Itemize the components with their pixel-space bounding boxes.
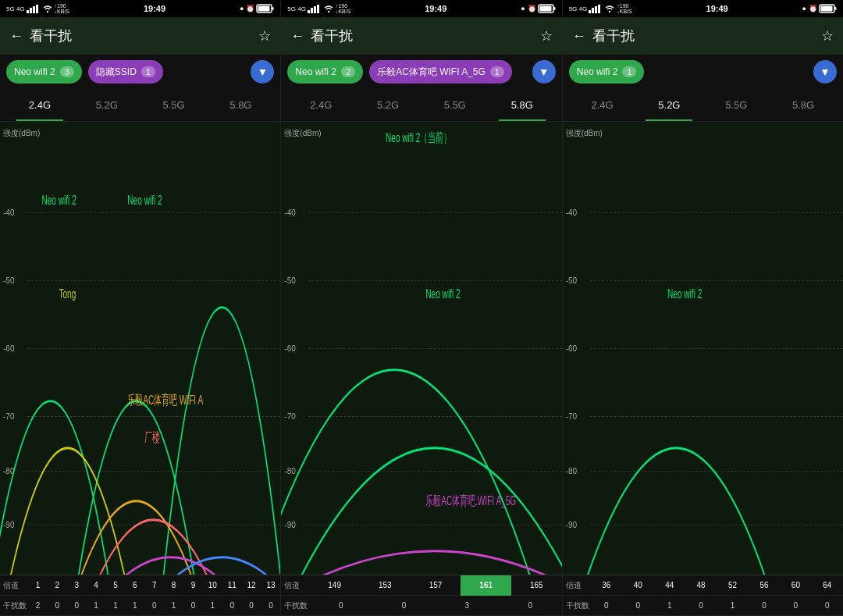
chip-count: 1: [141, 66, 155, 77]
chip-count: 1: [622, 66, 636, 77]
app-header: ← 看干扰 ☆: [563, 17, 843, 55]
channel-row: 信道3640444852566064: [563, 575, 843, 596]
filter-bar: Neo wifi 2 3 隐藏SSID 1 ▼: [0, 55, 280, 89]
curve-label: Tong: [59, 286, 76, 301]
dropdown-button[interactable]: ▼: [251, 60, 274, 84]
tab-2.4G[interactable]: 2.4G: [287, 88, 354, 121]
chip-count: 2: [341, 66, 355, 77]
signal-curve: [76, 401, 197, 575]
channel-number-cell: 3: [67, 575, 87, 596]
chip-label: Neo wifi 2: [577, 66, 618, 77]
channel-number-cell: 64: [812, 575, 843, 596]
svg-rect-6: [258, 6, 270, 12]
bluetooth-icon: ●: [521, 5, 525, 12]
app-header: ← 看干扰 ☆: [281, 17, 561, 55]
chip-label: Neo wifi 2: [295, 66, 336, 77]
frequency-tabs: 2.4G5.2G5.5G5.8G: [281, 89, 561, 122]
channel-number-cell: 161: [461, 575, 511, 596]
chevron-down-icon: ▼: [539, 66, 550, 78]
filter-chip-0[interactable]: Neo wifi 2 2: [287, 60, 363, 84]
channel-number-cell: 60: [780, 575, 811, 596]
interference-cell: 0: [780, 596, 811, 616]
panel-3: 5G 4G ↑190↓KB/S 19:49 ● ⏰ ← 看干扰 ☆ Neo wi…: [563, 0, 843, 616]
status-bar: 5G 4G ↑190↓KB/S 19:49 ● ⏰: [0, 0, 280, 17]
channel-table: 信道12345678910111213干扰数2001110101000: [0, 575, 280, 616]
channel-number-cell: 44: [654, 575, 685, 596]
favorite-button[interactable]: ☆: [540, 27, 553, 45]
signal-curves-svg: Neo wifi 2（当前）Neo wifi 2乐毅AC体育吧.WIFI A_5…: [281, 122, 561, 575]
channel-number-cell: 4: [87, 575, 106, 596]
svg-rect-1: [30, 8, 32, 13]
alarm-icon: ⏰: [809, 5, 817, 12]
chip-count: 1: [490, 66, 504, 77]
interference-row: 干扰数2001110101000: [0, 596, 280, 616]
favorite-button[interactable]: ☆: [821, 27, 834, 45]
svg-rect-5: [272, 7, 274, 10]
favorite-button[interactable]: ☆: [258, 27, 271, 45]
interference-cells: 2001110101000: [28, 596, 280, 616]
back-button[interactable]: ←: [290, 28, 304, 45]
interference-cell: 1: [203, 596, 222, 616]
chip-label: Neo wifi 2: [14, 66, 55, 77]
interference-cell: 1: [164, 596, 183, 616]
dropdown-button[interactable]: ▼: [532, 60, 556, 84]
interference-cells: 0030: [309, 596, 561, 616]
tab-5.8G[interactable]: 5.8G: [207, 88, 274, 121]
header-left: ← 看干扰: [9, 27, 72, 45]
interference-row: 干扰数0030: [281, 596, 561, 616]
tab-5.5G[interactable]: 5.5G: [140, 88, 208, 121]
interference-label: 干扰数: [563, 600, 591, 611]
chip-count: 3: [60, 66, 74, 77]
status-right: ● ⏰: [802, 4, 837, 13]
curve-label: Neo wifi 2: [127, 192, 162, 208]
svg-rect-0: [27, 10, 29, 13]
interference-cell: 0: [67, 596, 87, 616]
filter-chip-0[interactable]: Neo wifi 2 3: [6, 60, 82, 84]
tab-2.4G[interactable]: 2.4G: [6, 88, 73, 121]
tab-5.2G[interactable]: 5.2G: [635, 88, 702, 121]
dropdown-button[interactable]: ▼: [813, 60, 837, 84]
signal-curve: [162, 557, 280, 575]
channel-number-cells: 3640444852566064: [591, 575, 843, 596]
tab-5.2G[interactable]: 5.2G: [354, 88, 422, 121]
channel-table: 信道3640444852566064干扰数00101000: [563, 575, 843, 616]
channel-number-cell: 7: [144, 575, 164, 596]
filter-chip-0[interactable]: Neo wifi 2 1: [569, 60, 645, 84]
interference-cells: 00101000: [591, 596, 843, 616]
interference-cell: 0: [749, 596, 780, 616]
tab-5.8G[interactable]: 5.8G: [489, 88, 556, 121]
interference-cell: 0: [242, 596, 261, 616]
channel-label: 信道: [0, 580, 28, 591]
status-bar: 5G 4G ↑190↓KB/S 19:49 ● ⏰: [281, 0, 561, 17]
interference-cell: 1: [717, 596, 748, 616]
tab-5.5G[interactable]: 5.5G: [422, 88, 489, 121]
status-right: ● ⏰: [240, 4, 274, 13]
svg-rect-12: [553, 7, 555, 10]
page-title: 看干扰: [311, 27, 353, 45]
tab-5.2G[interactable]: 5.2G: [73, 88, 140, 121]
curve-label: Neo wifi 2: [667, 286, 702, 301]
svg-rect-8: [311, 8, 313, 13]
svg-rect-16: [595, 6, 597, 13]
tab-2.4G[interactable]: 2.4G: [569, 88, 636, 121]
tab-5.5G[interactable]: 5.5G: [702, 88, 770, 121]
svg-rect-13: [539, 6, 551, 12]
channel-label: 信道: [281, 580, 309, 591]
svg-rect-3: [36, 5, 38, 13]
filter-chip-1[interactable]: 隐藏SSID 1: [88, 60, 163, 84]
signal-chart: 强度(dBm)-40-50-60-70-80-90Neo wifi 2（当前）N…: [281, 122, 561, 575]
curve-label: 乐毅AC体育吧.WIFI A_5G: [426, 493, 517, 508]
channel-label: 信道: [563, 580, 591, 591]
back-button[interactable]: ←: [9, 28, 23, 45]
bluetooth-icon: ●: [802, 5, 806, 12]
chevron-down-icon: ▼: [820, 66, 831, 78]
tab-5.8G[interactable]: 5.8G: [770, 88, 837, 121]
back-button[interactable]: ←: [572, 28, 586, 45]
channel-number-cell: 6: [125, 575, 144, 596]
status-right: ● ⏰: [521, 4, 555, 13]
svg-rect-19: [834, 7, 836, 10]
channel-number-cell: 12: [242, 575, 261, 596]
channel-number-cell: 1: [28, 575, 48, 596]
filter-chip-1[interactable]: 乐毅AC体育吧 WIFI A_5G 1: [369, 60, 512, 84]
signal-curve: [294, 551, 561, 575]
